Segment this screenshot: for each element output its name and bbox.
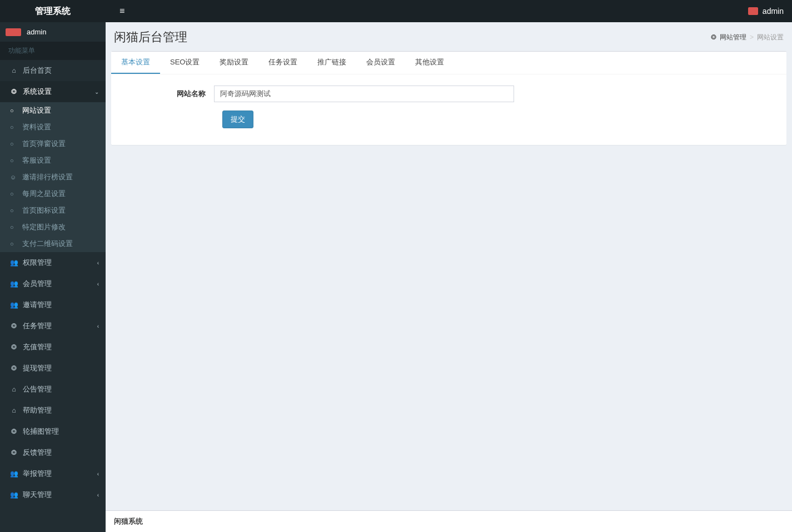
chevron-left-icon: ‹ — [97, 281, 99, 287]
home-icon: ⌂ — [8, 67, 19, 74]
navbar-username: admin — [763, 7, 784, 16]
sidebar-subitem-1-1[interactable]: ○资料设置 — [0, 119, 106, 135]
sidebar-item-4[interactable]: 👥邀请管理 — [0, 294, 106, 315]
sidebar-item-13[interactable]: 👥聊天管理‹ — [0, 484, 106, 505]
circle-icon: ○ — [10, 240, 20, 247]
page-title: 闲猫后台管理 — [114, 29, 187, 46]
chevron-left-icon: ‹ — [97, 492, 99, 498]
navbar-user[interactable]: admin — [748, 7, 784, 16]
chevron-left-icon: ‹ — [97, 323, 99, 329]
tab-5[interactable]: 会员设置 — [356, 52, 405, 74]
tab-content: 网站名称 提交 — [111, 74, 786, 145]
sidebar-subitem-1-2[interactable]: ○首页弹窗设置 — [0, 135, 106, 152]
sidebar-item-10[interactable]: ❂轮捕图管理 — [0, 421, 106, 442]
user-icon: ☺ — [10, 174, 20, 180]
circle-icon: ○ — [10, 107, 20, 114]
users-icon: 👥 — [8, 259, 19, 267]
sidebar-item-8[interactable]: ⌂公告管理 — [0, 379, 106, 400]
sidebar-section-header: 功能菜单 — [0, 42, 106, 60]
chevron-down-icon: ⌄ — [94, 89, 99, 95]
submit-row: 提交 — [119, 111, 778, 128]
tab-4[interactable]: 推广链接 — [307, 52, 356, 74]
sidebar-subitem-1-6[interactable]: ○首页图标设置 — [0, 202, 106, 219]
dashboard-icon: ❂ — [8, 322, 19, 330]
home-icon: ⌂ — [8, 406, 19, 414]
settings-tabs: 基本设置SEO设置奖励设置任务设置推广链接会员设置其他设置 — [111, 52, 786, 74]
tab-0[interactable]: 基本设置 — [111, 52, 160, 74]
user-avatar-icon — [748, 7, 758, 15]
circle-icon: ○ — [10, 207, 20, 214]
content-wrapper: 闲猫后台管理 ❂ 网站管理 > 网站设置 基本设置SEO设置奖励设置任务设置推广… — [106, 22, 792, 532]
content-header: 闲猫后台管理 ❂ 网站管理 > 网站设置 — [106, 22, 792, 51]
sidebar-subitem-1-3[interactable]: ○客服设置 — [0, 152, 106, 169]
users-icon: 👥 — [8, 491, 19, 499]
sidebar-item-2[interactable]: 👥权限管理‹ — [0, 252, 106, 273]
sidebar-item-0[interactable]: ⌂后台首页 — [0, 60, 106, 81]
tab-6[interactable]: 其他设置 — [405, 52, 454, 74]
sidebar-subitem-label: 邀请排行榜设置 — [22, 172, 73, 182]
sidebar-item-label: 会员管理 — [23, 279, 52, 289]
sidebar-subitem-label: 网站设置 — [22, 106, 51, 116]
sidebar-subitem-1-5[interactable]: ○每周之星设置 — [0, 185, 106, 202]
sidebar-item-label: 反馈管理 — [23, 448, 52, 458]
circle-icon: ○ — [10, 157, 20, 164]
dashboard-icon: ❂ — [711, 33, 716, 41]
circle-icon: ○ — [10, 190, 20, 197]
breadcrumb: ❂ 网站管理 > 网站设置 — [711, 33, 784, 42]
sidebar-user-avatar-icon — [6, 28, 21, 36]
sidebar-toggle-icon[interactable] — [114, 6, 130, 16]
sidebar-item-1[interactable]: ❂系统设置⌄ — [0, 81, 106, 102]
sidebar-subitem-1-0[interactable]: ○网站设置 — [0, 102, 106, 119]
footer-text: 闲猫系统 — [114, 517, 143, 525]
logo: 管理系统 — [0, 0, 106, 22]
tab-2[interactable]: 奖励设置 — [210, 52, 258, 74]
sidebar-subitem-1-7[interactable]: ○特定图片修改 — [0, 219, 106, 235]
sidebar-item-label: 系统设置 — [23, 87, 52, 97]
sidebar-username: admin — [27, 28, 46, 36]
sidebar-item-label: 充值管理 — [23, 342, 52, 352]
sidebar-subitem-1-8[interactable]: ○支付二维码设置 — [0, 235, 106, 252]
sidebar-item-label: 轮捕图管理 — [23, 426, 59, 436]
sidebar-subitem-label: 资料设置 — [22, 122, 51, 132]
sidebar-menu: ⌂后台首页❂系统设置⌄○网站设置○资料设置○首页弹窗设置○客服设置☺邀请排行榜设… — [0, 60, 106, 505]
users-icon: 👥 — [8, 470, 19, 478]
sidebar-item-12[interactable]: 👥举报管理‹ — [0, 463, 106, 484]
sidebar-item-7[interactable]: ❂提现管理 — [0, 358, 106, 379]
chevron-left-icon: ‹ — [97, 260, 99, 266]
users-icon: 👥 — [8, 280, 19, 288]
sidebar-item-label: 提现管理 — [23, 363, 52, 373]
main-sidebar: admin 功能菜单 ⌂后台首页❂系统设置⌄○网站设置○资料设置○首页弹窗设置○… — [0, 22, 106, 532]
navbar: admin — [106, 0, 792, 22]
submit-button[interactable]: 提交 — [222, 111, 253, 128]
sidebar-item-label: 权限管理 — [23, 258, 52, 268]
site-name-input[interactable] — [214, 86, 514, 102]
tab-3[interactable]: 任务设置 — [258, 52, 307, 74]
breadcrumb-separator: > — [750, 33, 754, 41]
sidebar-subitem-label: 首页弹窗设置 — [22, 139, 66, 149]
sidebar-item-3[interactable]: 👥会员管理‹ — [0, 273, 106, 294]
sidebar-item-11[interactable]: ❂反馈管理 — [0, 442, 106, 463]
chevron-left-icon: ‹ — [97, 471, 99, 477]
form-group-site-name: 网站名称 — [119, 86, 778, 102]
settings-box: 基本设置SEO设置奖励设置任务设置推广链接会员设置其他设置 网站名称 提交 — [111, 51, 786, 145]
sidebar-item-label: 邀请管理 — [23, 300, 52, 310]
sidebar-item-label: 聊天管理 — [23, 490, 52, 500]
dashboard-icon: ❂ — [8, 364, 19, 372]
sidebar-item-6[interactable]: ❂充值管理 — [0, 337, 106, 358]
sidebar-item-9[interactable]: ⌂帮助管理 — [0, 400, 106, 421]
sidebar-subitem-label: 支付二维码设置 — [22, 239, 73, 249]
tab-1[interactable]: SEO设置 — [160, 52, 210, 74]
breadcrumb-root[interactable]: 网站管理 — [720, 33, 746, 42]
circle-icon: ○ — [10, 140, 20, 147]
main-footer: 闲猫系统 — [106, 510, 792, 532]
circle-icon: ○ — [10, 124, 20, 131]
sidebar-subitem-label: 客服设置 — [22, 155, 51, 165]
sidebar-item-label: 举报管理 — [23, 469, 52, 479]
sidebar-subitem-1-4[interactable]: ☺邀请排行榜设置 — [0, 169, 106, 185]
dashboard-icon: ❂ — [8, 343, 19, 351]
sidebar-item-label: 任务管理 — [23, 321, 52, 331]
sidebar-item-5[interactable]: ❂任务管理‹ — [0, 315, 106, 337]
sidebar-user-panel: admin — [0, 22, 106, 42]
dashboard-icon: ❂ — [8, 428, 19, 435]
dashboard-icon: ❂ — [8, 449, 19, 456]
